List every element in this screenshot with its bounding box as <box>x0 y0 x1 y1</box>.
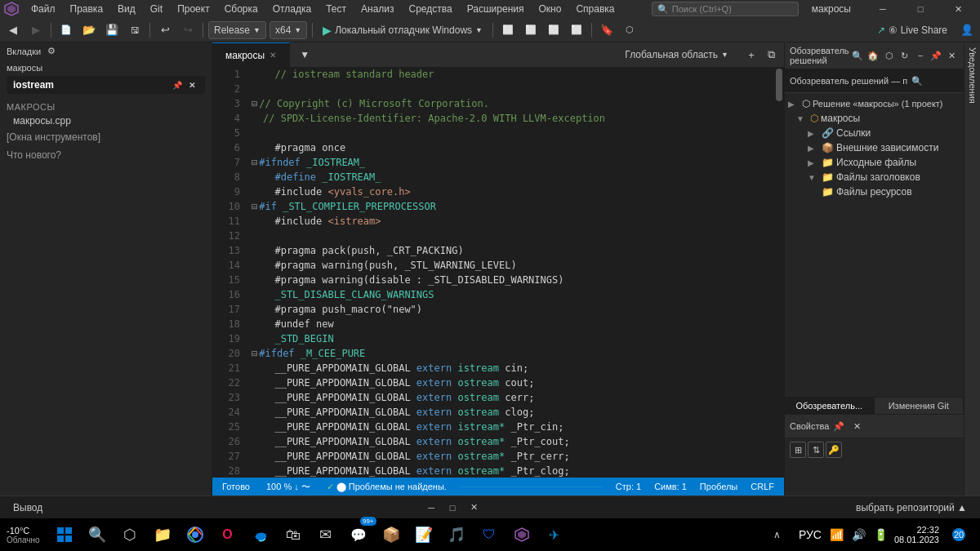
menu-git[interactable]: Git <box>144 2 169 16</box>
taskbar-notes-button[interactable]: 📝 <box>409 520 439 549</box>
battery-icon[interactable]: 🔋 <box>872 527 889 543</box>
file-item-macros-cpp[interactable]: макросы.cpp <box>0 113 212 128</box>
taskbar-opera-button[interactable]: O <box>213 520 243 549</box>
lang-indicator[interactable]: РУС <box>797 527 823 543</box>
menu-extensions[interactable]: Расширения <box>461 2 531 16</box>
menu-debug[interactable]: Отладка <box>266 2 318 16</box>
pin-button[interactable]: 📌 <box>171 78 184 91</box>
tree-item-headers[interactable]: ▼ 📁 Файлы заголовков <box>785 170 964 184</box>
taskbar-store-button[interactable]: 🛍 <box>278 520 308 549</box>
output-restore-button[interactable]: □ <box>443 498 462 518</box>
status-zoom[interactable]: 100 % ↓ 〜 <box>263 481 314 493</box>
maximize-button[interactable]: □ <box>902 0 939 18</box>
fold-icon[interactable]: ⊟ <box>252 98 257 109</box>
prop-icon-sort[interactable]: ⇅ <box>808 442 824 458</box>
editor-tab-macros[interactable]: макросы ✕ <box>212 42 290 67</box>
taskbar-dropbox-button[interactable]: 📦 <box>376 520 406 549</box>
sol-refresh-button[interactable]: ↻ <box>898 47 911 64</box>
show-hidden-button[interactable]: ∧ <box>763 520 792 549</box>
save-button[interactable]: 💾 <box>102 20 122 40</box>
scroll-thumb[interactable] <box>776 69 782 101</box>
toolbar-btn-extra1[interactable]: ⬜ <box>498 20 518 40</box>
taskbar-edge-button[interactable] <box>246 520 275 549</box>
tool-item-windows[interactable]: [Окна инструментов] <box>0 128 212 146</box>
menu-window[interactable]: Окно <box>532 2 568 16</box>
fold-icon[interactable]: ⊟ <box>252 348 257 359</box>
sol-search2-button[interactable]: 🔍 <box>909 73 925 89</box>
notifications-side[interactable]: Уведомления <box>964 42 980 495</box>
bookmark-button[interactable]: 🔖 <box>597 20 617 40</box>
taskbar-weather[interactable]: -10°C Облачно <box>7 526 40 544</box>
sol-search-button[interactable]: 🔍 <box>851 47 865 64</box>
toolbar-btn-extra4[interactable]: ⬜ <box>567 20 586 40</box>
platform-dropdown[interactable]: x64 ▼ <box>270 21 307 39</box>
sol-home-button[interactable]: 🏠 <box>866 47 880 64</box>
tab-explorer[interactable]: Обозреватель... <box>785 398 875 414</box>
taskbar-telegram-button[interactable]: ✈ <box>540 520 569 549</box>
menu-build[interactable]: Сборка <box>218 2 265 16</box>
tree-item-references[interactable]: ▶ 🔗 Ссылки <box>785 126 964 140</box>
taskbar-files-button[interactable]: 📁 <box>148 520 177 549</box>
split-editor-button[interactable]: ⧉ <box>761 45 781 64</box>
run-button[interactable]: ▶ Локальный отладчик Windows ▼ <box>318 22 488 38</box>
status-col[interactable]: Симв: 1 <box>651 482 690 491</box>
repo-selector-label[interactable]: выбрать репозиторий ▲ <box>856 502 967 513</box>
status-ready[interactable]: Готово <box>219 482 253 491</box>
save-all-button[interactable]: 🖫 <box>125 20 145 40</box>
volume-icon[interactable]: 🔊 <box>850 527 867 543</box>
tool-item-whatsnew[interactable]: Что нового? <box>0 146 212 164</box>
settings-icon[interactable]: ⚙ <box>47 46 56 56</box>
output-minimize-button[interactable]: ─ <box>421 498 441 518</box>
menu-file[interactable]: Файл <box>24 2 62 16</box>
menu-tools[interactable]: Средства <box>403 2 459 16</box>
prop-close-button[interactable]: ✕ <box>849 418 865 434</box>
taskbar-start-button[interactable] <box>50 520 79 549</box>
toolbar-btn-extra2[interactable]: ⬜ <box>521 20 541 40</box>
status-line[interactable]: Стр: 1 <box>612 482 644 491</box>
taskbar-clock[interactable]: 22:32 08.01.2023 <box>894 525 939 544</box>
taskbar-mail-button[interactable]: ✉ <box>311 520 341 549</box>
taskbar-bitwarden-button[interactable]: 🛡 <box>474 520 504 549</box>
prop-icon-grid[interactable]: ⊞ <box>790 442 806 458</box>
sol-close-button[interactable]: ✕ <box>945 47 959 64</box>
close-button[interactable]: ✕ <box>939 0 977 18</box>
output-close-button[interactable]: ✕ <box>464 498 483 518</box>
tree-item-project[interactable]: ▼ ⬡ макросы <box>785 111 964 126</box>
minimize-button[interactable]: ─ <box>864 0 902 18</box>
open-button[interactable]: 📂 <box>79 20 99 40</box>
sol-collapse-button[interactable]: − <box>913 47 927 64</box>
sol-pin-button[interactable]: 📌 <box>929 47 943 64</box>
taskbar-widgets-button[interactable]: ⬡ <box>115 520 145 549</box>
menu-analyze[interactable]: Анализ <box>354 2 401 16</box>
wifi-icon[interactable]: 📶 <box>828 527 845 543</box>
config-dropdown[interactable]: Release ▼ <box>208 21 266 39</box>
new-project-button[interactable]: 📄 <box>56 20 76 40</box>
close-editor-tab-button[interactable]: ✕ <box>270 51 276 60</box>
tab-dropdown-button[interactable]: ▼ <box>290 42 319 67</box>
status-encoding[interactable]: CRLF <box>747 482 777 491</box>
taskbar-search-button[interactable]: 🔍 <box>82 520 112 549</box>
redo-button[interactable]: ↪ <box>178 20 198 40</box>
menu-project[interactable]: Проект <box>171 2 216 16</box>
add-tab-button[interactable]: + <box>742 45 761 64</box>
menu-help[interactable]: Справка <box>569 2 621 16</box>
taskbar-media-button[interactable]: 🎵 <box>442 520 471 549</box>
fold-icon[interactable]: ⊟ <box>252 201 257 212</box>
open-file-tab[interactable]: iostream 📌 ✕ <box>7 76 205 94</box>
toolbar-btn-extra3[interactable]: ⬜ <box>544 20 564 40</box>
menu-view[interactable]: Вид <box>111 2 142 16</box>
output-tab[interactable]: Вывод <box>7 500 49 515</box>
close-tab-button[interactable]: ✕ <box>185 78 198 91</box>
forward-button[interactable]: ▶ <box>26 20 46 40</box>
account-button[interactable]: 👤 <box>957 20 977 40</box>
tree-item-source[interactable]: ▶ 📁 Исходные файлы <box>785 155 964 170</box>
tree-item-external[interactable]: ▶ 📦 Внешние зависимости <box>785 140 964 155</box>
tree-item-solution[interactable]: ▶ ⬡ Решение «макросы» (1 проект) <box>785 96 964 111</box>
fold-icon[interactable]: ⊟ <box>252 157 257 168</box>
nav-button[interactable]: ⬡ <box>620 20 639 40</box>
taskbar-badge-discord[interactable]: 💬 99+ <box>344 520 373 549</box>
menu-test[interactable]: Тест <box>319 2 353 16</box>
prop-icon-key[interactable]: 🔑 <box>826 442 842 458</box>
status-problems[interactable]: ✓ ⬤ Проблемы не найдены. <box>323 482 450 492</box>
code-content[interactable]: // iostream standard header⊟// Copyright… <box>245 67 774 478</box>
